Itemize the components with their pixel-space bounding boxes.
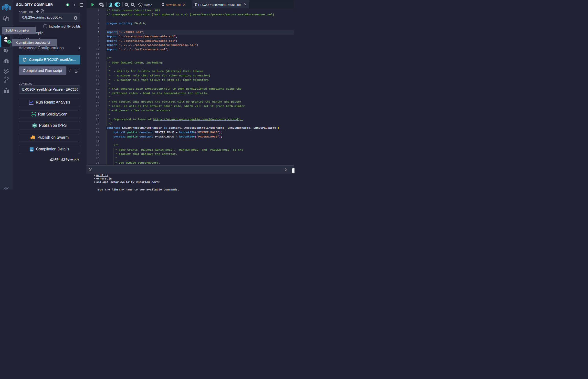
svg-text:IPFS: IPFS [33, 125, 36, 126]
